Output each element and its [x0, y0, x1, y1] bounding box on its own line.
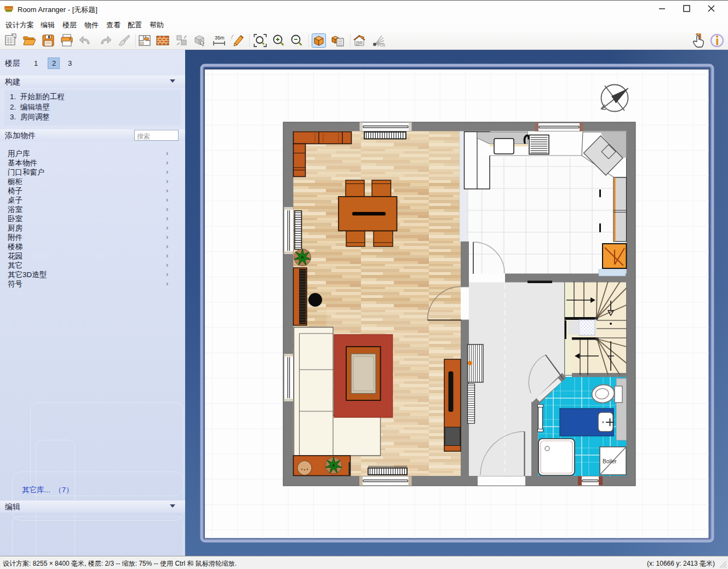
- svg-text:Boiler: Boiler: [603, 458, 617, 464]
- svg-text:35m: 35m: [215, 35, 225, 41]
- svg-text:POS: POS: [377, 43, 385, 47]
